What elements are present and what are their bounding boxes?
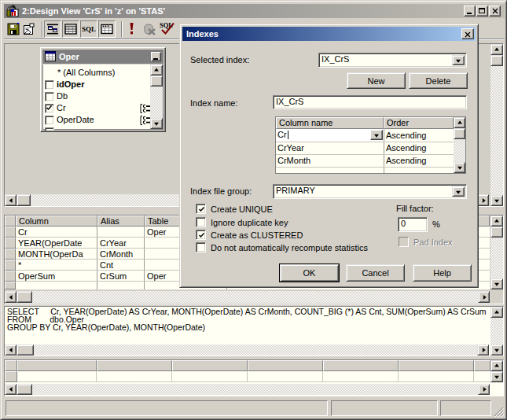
grid-cell[interactable]: YEAR(OperDate) <box>18 238 82 249</box>
selected-index-combobox[interactable]: IX_CrS <box>318 53 467 68</box>
sql-h-scrollbar[interactable] <box>5 344 489 356</box>
column-checkbox[interactable] <box>45 80 54 90</box>
cancel-button[interactable]: Cancel <box>346 264 405 282</box>
grid-cell[interactable]: Cnt <box>100 260 143 271</box>
scrollbar-thumb[interactable] <box>17 344 34 356</box>
grid-cell[interactable]: Ascending <box>386 130 449 142</box>
dropdown-button[interactable] <box>452 55 465 65</box>
run-button[interactable] <box>125 22 138 35</box>
grid-row-selector[interactable] <box>5 249 16 260</box>
ok-button[interactable]: OK <box>280 264 339 282</box>
scroll-up-button[interactable] <box>490 307 503 318</box>
results-header-cell[interactable] <box>172 360 248 371</box>
column-checkbox[interactable] <box>45 116 54 125</box>
table-minimize-button[interactable] <box>151 52 161 61</box>
scroll-right-button[interactable] <box>477 194 489 206</box>
fill-factor-field[interactable]: 0 <box>398 217 428 232</box>
table-window-titlebar[interactable]: Oper <box>42 50 163 64</box>
order-header[interactable]: Order <box>384 117 454 129</box>
column-row-all[interactable]: * (All Columns) <box>43 67 152 79</box>
grid-row-selector[interactable] <box>5 238 16 249</box>
grid-cell[interactable]: * <box>18 260 96 271</box>
scroll-up-button[interactable] <box>454 117 465 128</box>
table-window-oper[interactable]: Oper * (All Columns) idOper Db <box>40 47 166 132</box>
grid-header-alias[interactable]: Alias <box>97 216 145 227</box>
results-header-cell[interactable] <box>97 360 172 371</box>
grid-cell[interactable]: CrMonth <box>100 249 143 260</box>
grid-scrollbar[interactable] <box>454 117 465 173</box>
grid-cell[interactable]: CrYear <box>277 142 380 154</box>
sql-v-scrollbar[interactable] <box>490 307 503 356</box>
column-checkbox[interactable] <box>45 92 54 101</box>
create-as-clustered-checkbox[interactable] <box>196 230 206 240</box>
results-corner-cell[interactable] <box>5 360 17 371</box>
scrollbar-thumb[interactable] <box>17 384 32 395</box>
scroll-up-button[interactable] <box>490 216 503 227</box>
scrollbar-thumb[interactable] <box>17 194 31 206</box>
save-button[interactable] <box>7 23 20 36</box>
cancel-execute-button[interactable] <box>143 23 156 36</box>
grid-cell[interactable]: CrSum <box>100 271 143 282</box>
results-v-scrollbar[interactable] <box>490 360 503 383</box>
scrollbar-thumb[interactable] <box>17 291 32 303</box>
properties-button[interactable] <box>22 23 35 36</box>
diagram-v-scrollbar[interactable] <box>490 44 503 206</box>
results-header-cell[interactable] <box>474 360 490 371</box>
grid-h-scrollbar[interactable] <box>5 291 490 303</box>
grid-row-selector[interactable] <box>5 271 16 282</box>
grid-row-selector[interactable] <box>5 227 16 238</box>
scroll-right-button[interactable] <box>478 384 490 395</box>
scroll-right-button[interactable] <box>477 344 489 356</box>
results-header-cell[interactable] <box>323 360 399 371</box>
grid-cell[interactable]: MONTH(OperDate) <box>18 249 83 260</box>
show-grid-pane-button[interactable] <box>62 20 79 38</box>
new-button[interactable]: New <box>347 72 406 89</box>
scroll-left-button[interactable] <box>5 384 17 395</box>
grid-v-scrollbar[interactable] <box>490 216 503 289</box>
grid-cell[interactable]: CrMonth <box>277 155 380 167</box>
table-list-scrollbar[interactable] <box>150 64 163 129</box>
scroll-down-button[interactable] <box>454 162 465 173</box>
grid-cell[interactable]: Cr <box>18 227 96 238</box>
maximize-button[interactable] <box>476 6 488 17</box>
grid-cell[interactable]: Ascending <box>386 155 449 167</box>
results-header-cell[interactable] <box>248 360 323 371</box>
grid-row-selector[interactable] <box>5 282 16 289</box>
title-bar[interactable]: 2:Design View 'CrS' in 'z' on 'STAS' <box>4 4 505 18</box>
scrollbar-thumb[interactable] <box>150 76 163 87</box>
results-h-scrollbar[interactable] <box>5 384 490 395</box>
scroll-up-button[interactable] <box>490 360 503 371</box>
column-name-header[interactable]: Column name <box>276 117 384 129</box>
index-name-field[interactable]: IX_CrS <box>273 95 467 109</box>
minimize-button[interactable] <box>464 6 476 17</box>
cell-dropdown-button[interactable] <box>370 130 383 140</box>
scrollbar-thumb[interactable] <box>454 128 465 139</box>
scroll-down-button[interactable] <box>490 278 503 289</box>
grid-header-column[interactable]: Column <box>16 216 97 227</box>
scroll-down-button[interactable] <box>490 195 503 206</box>
help-button[interactable]: Help <box>413 264 472 282</box>
scroll-down-button[interactable] <box>150 118 163 129</box>
dialog-titlebar[interactable]: Indexes <box>182 27 476 41</box>
show-diagram-pane-button[interactable] <box>44 20 61 38</box>
scroll-down-button[interactable] <box>490 344 503 356</box>
scroll-down-button[interactable] <box>490 371 503 382</box>
results-header-cell[interactable] <box>399 360 474 371</box>
ignore-duplicate-key-checkbox[interactable] <box>196 217 206 227</box>
scroll-left-button[interactable] <box>5 291 17 303</box>
delete-button[interactable]: Delete <box>409 72 468 89</box>
column-row-idoper[interactable]: idOper <box>43 79 152 90</box>
column-checkbox-checked[interactable] <box>45 104 54 113</box>
column-row-operdate[interactable]: OperDate <box>43 114 152 126</box>
results-row-selector[interactable] <box>5 371 17 382</box>
grid-row-selector[interactable] <box>5 260 16 271</box>
scroll-up-button[interactable] <box>490 44 503 55</box>
results-header-cell[interactable] <box>17 360 97 371</box>
no-recompute-statistics-checkbox[interactable] <box>196 242 206 252</box>
index-file-group-combobox[interactable]: PRIMARY <box>273 184 467 199</box>
grid-cell[interactable]: CrYear <box>100 238 143 249</box>
column-row-db[interactable]: Db <box>43 90 152 102</box>
grid-cell[interactable]: OperSum <box>18 271 96 282</box>
scrollbar-thumb[interactable] <box>490 227 503 238</box>
grid-cell-editing[interactable]: Cr <box>276 129 384 142</box>
